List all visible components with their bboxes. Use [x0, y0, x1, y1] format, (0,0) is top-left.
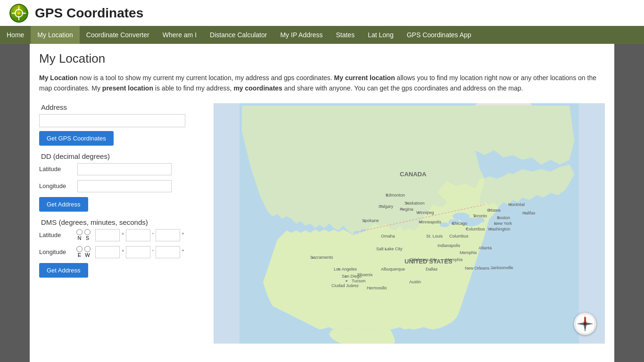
nav-gps-app[interactable]: GPS Coordinates App: [400, 26, 478, 44]
svg-point-70: [452, 222, 454, 224]
dms-lat-deg-input[interactable]: [95, 229, 120, 241]
description: My Location now is a tool to show my cur…: [39, 73, 605, 94]
svg-text:Columbus: Columbus: [449, 234, 469, 239]
svg-text:Minneapolis: Minneapolis: [419, 220, 442, 224]
dms-lat-n-label: N: [78, 235, 82, 241]
dms-lon-e-col: E: [76, 246, 83, 258]
dd-latitude-input[interactable]: [77, 163, 172, 175]
nav-lat-long[interactable]: Lat Long: [361, 26, 400, 44]
dms-lat-degree-symbol: °: [122, 231, 124, 239]
get-gps-coordinates-button[interactable]: Get GPS Coordinates: [39, 131, 114, 146]
address-input[interactable]: [39, 114, 185, 127]
svg-text:Indianapolis: Indianapolis: [438, 243, 461, 248]
map-svg: Edmonton Saskatoon Calgary Regina Winnip…: [214, 103, 605, 344]
dms-lat-sec-input[interactable]: [156, 229, 180, 241]
svg-point-74: [312, 257, 314, 259]
dms-lat-n-col: N: [76, 229, 83, 241]
svg-text:Columbus: Columbus: [466, 227, 485, 231]
dms-latitude-row: Latitude N S ° ' ": [39, 229, 209, 241]
dms-lat-s-col: S: [84, 229, 91, 241]
svg-text:Jacksonville: Jacksonville: [490, 265, 513, 270]
map-area: Edmonton Saskatoon Calgary Regina Winnip…: [214, 103, 605, 344]
svg-text:Phoenix: Phoenix: [357, 272, 373, 277]
svg-text:Ciudad Juárez: Ciudad Juárez: [331, 283, 359, 288]
svg-text:Austin: Austin: [409, 280, 421, 284]
site-title: GPS Coordinates: [35, 6, 143, 21]
svg-point-67: [498, 217, 500, 219]
dms-lat-min-input[interactable]: [126, 229, 150, 241]
dms-lon-degree-symbol: °: [122, 248, 124, 255]
desc-text1: now is a tool to show my current my curr…: [78, 74, 334, 82]
desc-bold1: My Location: [39, 74, 78, 82]
dd-latitude-label: Latitude: [39, 165, 74, 173]
svg-text:New York: New York: [494, 221, 512, 226]
dd-longitude-label: Longitude: [39, 182, 74, 189]
svg-text:Sacramento: Sacramento: [310, 255, 333, 260]
dms-lon-sec-input[interactable]: [156, 246, 180, 258]
svg-text:Los Angeles: Los Angeles: [334, 267, 357, 272]
svg-point-59: [406, 202, 408, 204]
content-area: Address Get GPS Coordinates DD (decimal …: [39, 103, 605, 344]
dd-longitude-input[interactable]: [77, 180, 172, 192]
dms-section: DMS (degrees, minutes, seconds) Latitude…: [39, 218, 209, 284]
nav-distance-calculator[interactable]: Distance Calculator: [203, 26, 273, 44]
dms-lon-min-input[interactable]: [126, 246, 150, 258]
nav-coordinate-converter[interactable]: Coordinate Converter: [80, 26, 156, 44]
page-title: My Location: [39, 51, 605, 66]
svg-text:Atlanta: Atlanta: [479, 246, 492, 250]
dd-section-title: DD (decimal degrees): [39, 152, 209, 160]
dms-lon-e-radio[interactable]: [76, 246, 83, 252]
dms-lon-w-radio[interactable]: [84, 246, 91, 252]
svg-text:Omaha: Omaha: [381, 234, 395, 239]
svg-text:New Orleans: New Orleans: [465, 266, 490, 271]
nav-home[interactable]: Home: [0, 26, 31, 44]
dms-lat-n-radio[interactable]: [76, 229, 83, 235]
svg-text:Salt Lake City: Salt Lake City: [376, 247, 403, 251]
dms-lon-deg-input[interactable]: [95, 246, 120, 258]
svg-text:Albuquerque: Albuquerque: [381, 267, 405, 272]
dms-section-title: DMS (degrees, minutes, seconds): [39, 218, 209, 226]
svg-text:CANADA: CANADA: [400, 171, 427, 178]
dms-lon-w-label: W: [85, 252, 90, 258]
dd-longitude-row: Longitude: [39, 180, 209, 192]
svg-point-75: [385, 248, 387, 250]
dd-latitude-row: Latitude: [39, 163, 209, 175]
nav-where-am-i[interactable]: Where am I: [156, 26, 203, 44]
compass-rose: N: [574, 313, 596, 335]
svg-point-7: [17, 12, 20, 15]
nav-states[interactable]: States: [329, 26, 361, 44]
site-logo-icon: [9, 4, 28, 23]
dms-longitude-row: Longitude E W ° ' ": [39, 246, 209, 258]
svg-point-61: [401, 208, 403, 210]
svg-point-78: [346, 280, 347, 282]
desc-bold3: present location: [102, 84, 153, 92]
dd-section: DD (decimal degrees) Latitude Longitude …: [39, 152, 209, 218]
dms-lon-second-symbol: ": [182, 248, 184, 255]
svg-text:N: N: [584, 317, 586, 320]
svg-point-72: [494, 223, 496, 225]
svg-point-76: [338, 268, 339, 270]
dms-lon-e-label: E: [78, 252, 81, 258]
svg-text:Memphis: Memphis: [460, 250, 477, 255]
svg-text:Dallas: Dallas: [426, 267, 438, 272]
desc-bold4: my coordinates: [233, 84, 282, 92]
nav-my-ip-address[interactable]: My IP Address: [273, 26, 329, 44]
left-panel: Address Get GPS Coordinates DD (decimal …: [39, 103, 214, 344]
dd-get-address-button[interactable]: Get Address: [39, 197, 88, 212]
dms-lat-s-radio[interactable]: [84, 229, 91, 235]
desc-text3: is able to find my address,: [153, 84, 233, 92]
svg-text:St. Louis: St. Louis: [426, 234, 443, 239]
dms-get-address-button[interactable]: Get Address: [39, 263, 88, 278]
dms-latitude-label: Latitude: [39, 231, 74, 239]
dms-lat-s-label: S: [86, 235, 89, 241]
svg-point-71: [466, 228, 468, 230]
dms-lat-minute-symbol: ': [152, 231, 153, 239]
navbar: Home My Location Coordinate Converter Wh…: [0, 26, 644, 44]
main-content: My Location My Location now is a tool to…: [30, 44, 614, 362]
svg-point-65: [524, 212, 526, 214]
svg-point-62: [418, 212, 420, 214]
site-header: GPS Coordinates: [0, 0, 644, 26]
svg-point-64: [510, 204, 512, 206]
nav-my-location[interactable]: My Location: [31, 26, 79, 44]
desc-bold2: My current location: [334, 74, 395, 82]
